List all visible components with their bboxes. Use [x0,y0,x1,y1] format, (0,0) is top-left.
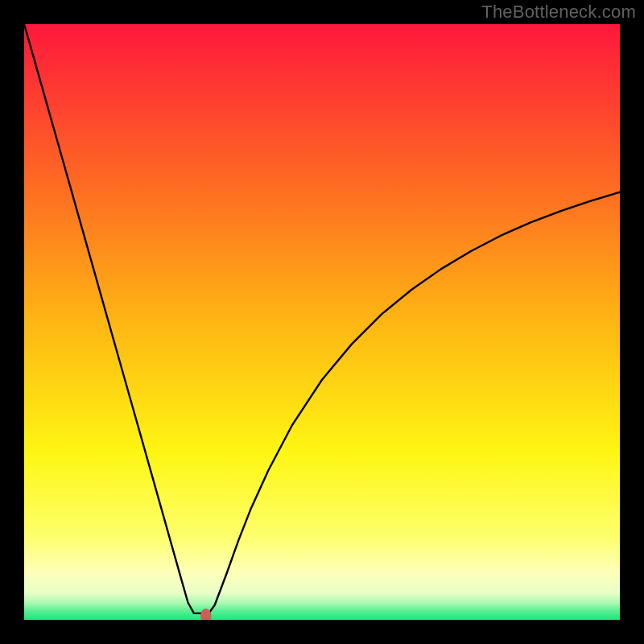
watermark-text: TheBottleneck.com [481,2,636,23]
gradient-background [24,24,620,620]
chart-svg [24,24,620,620]
chart-frame: TheBottleneck.com [0,0,644,644]
plot-area [24,24,620,620]
